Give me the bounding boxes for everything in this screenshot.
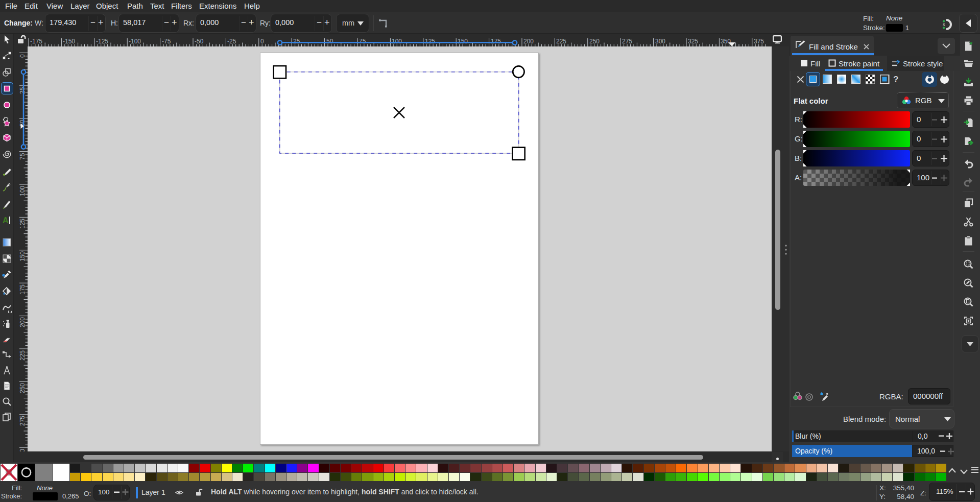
svg-text:s: s <box>943 22 945 27</box>
svg-text:75: 75 <box>19 153 26 160</box>
svg-text:300: 300 <box>655 38 665 45</box>
svg-text:200: 200 <box>523 38 534 45</box>
svg-text:-125: -125 <box>96 38 108 45</box>
svg-text:225: 225 <box>19 350 26 361</box>
svg-text:-175: -175 <box>30 38 42 45</box>
svg-text:-75: -75 <box>162 38 171 45</box>
svg-text:225: 225 <box>556 38 566 45</box>
svg-text:125: 125 <box>425 38 435 45</box>
svg-text:150: 150 <box>19 251 26 261</box>
svg-text:25: 25 <box>293 38 300 45</box>
svg-text:200: 200 <box>19 317 26 327</box>
svg-text:0: 0 <box>260 38 264 45</box>
svg-text:350: 350 <box>721 38 731 45</box>
svg-text:275: 275 <box>19 416 26 426</box>
svg-text:275: 275 <box>622 38 632 45</box>
svg-text:325: 325 <box>688 38 698 45</box>
svg-text:-25: -25 <box>227 38 236 45</box>
svg-text:250: 250 <box>19 383 26 393</box>
svg-text:175: 175 <box>491 38 501 45</box>
svg-text:150: 150 <box>458 38 468 45</box>
svg-text:175: 175 <box>19 284 26 295</box>
svg-text:100: 100 <box>392 38 402 45</box>
svg-text:250: 250 <box>589 38 600 45</box>
svg-text:25: 25 <box>19 87 26 94</box>
svg-text:-50: -50 <box>195 38 204 45</box>
svg-text:375: 375 <box>754 38 764 45</box>
svg-text:0: 0 <box>19 54 26 58</box>
svg-text:300: 300 <box>19 449 26 451</box>
svg-text:125: 125 <box>19 219 26 229</box>
svg-text:50: 50 <box>326 38 333 45</box>
svg-text:75: 75 <box>359 38 366 45</box>
svg-text:A: A <box>3 216 9 225</box>
svg-text:-100: -100 <box>129 38 141 45</box>
svg-text:100: 100 <box>19 186 26 196</box>
svg-text:-150: -150 <box>63 38 75 45</box>
